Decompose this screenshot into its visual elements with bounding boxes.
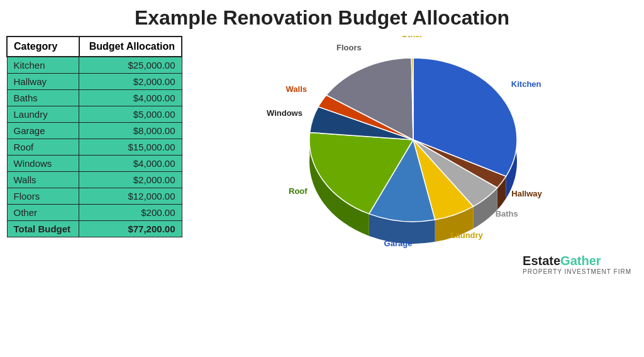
table-row: Roof$15,000.00 bbox=[7, 139, 182, 156]
table-row: Windows$4,000.00 bbox=[7, 156, 182, 172]
category-cell: Roof bbox=[7, 139, 79, 156]
pie-chart: KitchenHallwayBathsLaundryGarageRoofWind… bbox=[259, 36, 574, 269]
pie-chart-container: KitchenHallwayBathsLaundryGarageRoofWind… bbox=[259, 36, 574, 275]
col1-header: Category bbox=[7, 37, 79, 57]
amount-cell: $8,000.00 bbox=[79, 123, 182, 139]
label-kitchen: Kitchen bbox=[511, 79, 541, 89]
label-walls: Walls bbox=[286, 84, 307, 94]
col2-header: Budget Allocation bbox=[79, 37, 182, 57]
label-other: Other bbox=[401, 36, 423, 39]
category-cell: Laundry bbox=[7, 106, 79, 123]
label-laundry: Laundry bbox=[451, 230, 484, 240]
table-row: Hallway$2,000.00 bbox=[7, 74, 182, 90]
total-label: Total Budget bbox=[7, 221, 79, 237]
amount-cell: $25,000.00 bbox=[79, 57, 182, 74]
amount-cell: $15,000.00 bbox=[79, 139, 182, 156]
category-cell: Garage bbox=[7, 123, 79, 139]
amount-cell: $200.00 bbox=[79, 205, 182, 221]
amount-cell: $5,000.00 bbox=[79, 106, 182, 123]
brand-estate: Estate bbox=[523, 254, 560, 268]
category-cell: Floors bbox=[7, 188, 79, 205]
label-windows: Windows bbox=[267, 108, 303, 118]
label-baths: Baths bbox=[496, 209, 518, 218]
table-row: Floors$12,000.00 bbox=[7, 188, 182, 205]
table-row: Other$200.00 bbox=[7, 205, 182, 221]
label-roof: Roof bbox=[289, 186, 308, 196]
brand-subtitle: PROPERTY INVESTMENT FIRM bbox=[523, 268, 631, 275]
table-row: Kitchen$25,000.00 bbox=[7, 57, 182, 74]
amount-cell: $4,000.00 bbox=[79, 90, 182, 106]
budget-table: Category Budget Allocation Kitchen$25,00… bbox=[6, 36, 182, 237]
brand-gather: Gather bbox=[560, 254, 601, 268]
total-amount: $77,200.00 bbox=[79, 221, 182, 237]
label-floors: Floors bbox=[336, 43, 362, 52]
amount-cell: $4,000.00 bbox=[79, 156, 182, 172]
amount-cell: $2,000.00 bbox=[79, 74, 182, 90]
total-row: Total Budget $77,200.00 bbox=[7, 221, 182, 237]
category-cell: Walls bbox=[7, 172, 79, 188]
label-hallway: Hallway bbox=[511, 189, 542, 198]
amount-cell: $12,000.00 bbox=[79, 188, 182, 205]
chart-area: KitchenHallwayBathsLaundryGarageRoofWind… bbox=[195, 36, 638, 275]
label-garage: Garage bbox=[384, 239, 413, 248]
category-cell: Windows bbox=[7, 156, 79, 172]
amount-cell: $2,000.00 bbox=[79, 172, 182, 188]
table-row: Garage$8,000.00 bbox=[7, 123, 182, 139]
category-cell: Kitchen bbox=[7, 57, 79, 74]
category-cell: Hallway bbox=[7, 74, 79, 90]
category-cell: Other bbox=[7, 205, 79, 221]
main-content: Category Budget Allocation Kitchen$25,00… bbox=[0, 36, 644, 275]
table-row: Laundry$5,000.00 bbox=[7, 106, 182, 123]
brand: EstateGather PROPERTY INVESTMENT FIRM bbox=[523, 254, 631, 275]
category-cell: Baths bbox=[7, 90, 79, 106]
table-row: Baths$4,000.00 bbox=[7, 90, 182, 106]
page-title: Example Renovation Budget Allocation bbox=[135, 6, 509, 30]
table-row: Walls$2,000.00 bbox=[7, 172, 182, 188]
